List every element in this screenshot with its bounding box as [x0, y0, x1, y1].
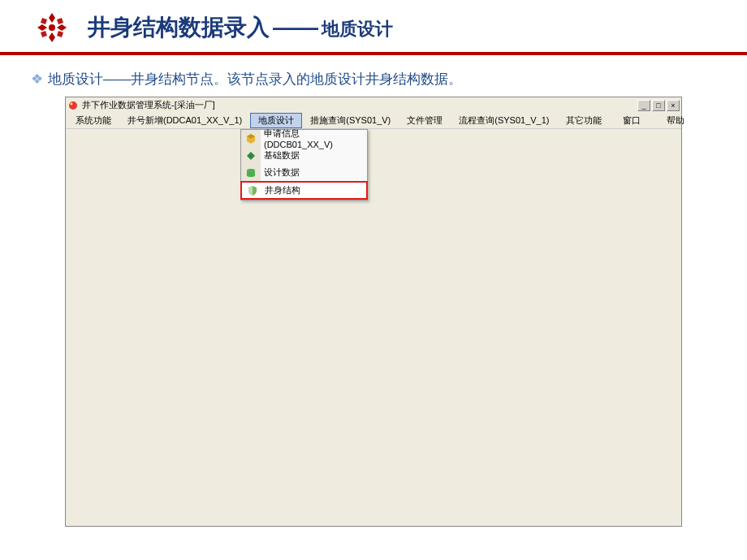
dropdown-label: 井身结构: [265, 184, 300, 196]
titlebar: 井下作业数据管理系统-[采油一厂] _ □ ×: [66, 97, 681, 113]
svg-point-1: [69, 101, 77, 110]
menu-well-add[interactable]: 井号新增(DDCA01_XX_V_1): [119, 113, 250, 128]
slide-title-main: 井身结构数据录入: [88, 12, 270, 43]
slide-title-sep: ——: [273, 15, 318, 41]
svg-point-2: [71, 102, 73, 105]
app-window: 井下作业数据管理系统-[采油一厂] _ □ × 系统功能 井号新增(DDCA01…: [65, 97, 682, 527]
minimize-button[interactable]: _: [637, 100, 650, 111]
menu-file-mgmt[interactable]: 文件管理: [399, 113, 451, 128]
menu-geo-design[interactable]: 地质设计: [250, 113, 302, 128]
slide-header: 井身结构数据录入 —— 地质设计: [0, 0, 747, 52]
green-db-icon: [244, 166, 257, 179]
dropdown-geo-design: 申请信息(DDCB01_XX_V) 基础数据 设计数据 井身结构: [240, 129, 368, 200]
description-line: ❖地质设计——井身结构节点。该节点录入的地质设计井身结构数据。: [0, 55, 747, 97]
maximize-button[interactable]: □: [652, 100, 665, 111]
slide-title: 井身结构数据录入 —— 地质设计: [88, 12, 393, 43]
window-title: 井下作业数据管理系统-[采油一厂]: [82, 99, 637, 111]
window-controls: _ □ ×: [637, 100, 680, 111]
close-button[interactable]: ×: [667, 100, 680, 111]
svg-point-3: [247, 169, 255, 172]
client-area: [67, 129, 680, 525]
slide-title-sub: 地质设计: [322, 17, 393, 41]
menu-flow-query[interactable]: 流程查询(SYS01_V_1): [451, 113, 557, 128]
desc-rest: 该节点录入的地质设计井身结构数据。: [227, 71, 462, 87]
shield-icon: [246, 184, 259, 197]
dropdown-item-design-data[interactable]: 设计数据: [241, 164, 367, 181]
menu-window[interactable]: 窗口: [610, 113, 654, 128]
menu-help[interactable]: 帮助: [654, 113, 697, 128]
dropdown-label: 基础数据: [264, 149, 300, 162]
green-diamond-icon: [244, 149, 257, 162]
yellow-cube-icon: [244, 132, 257, 145]
dropdown-item-apply-info[interactable]: 申请信息(DDCB01_XX_V): [241, 130, 367, 147]
menu-measure-query[interactable]: 措施查询(SYS01_V): [302, 113, 399, 128]
dropdown-label: 申请信息(DDCB01_XX_V): [264, 127, 367, 149]
svg-point-0: [49, 24, 55, 31]
app-icon: [67, 100, 79, 111]
dropdown-label: 设计数据: [264, 166, 300, 179]
menubar: 系统功能 井号新增(DDCA01_XX_V_1) 地质设计 措施查询(SYS01…: [66, 113, 681, 129]
logo-icon: [36, 11, 68, 44]
bullet-icon: ❖: [31, 71, 43, 87]
menu-other[interactable]: 其它功能: [558, 113, 610, 128]
dropdown-item-well-structure[interactable]: 井身结构: [240, 181, 368, 200]
dropdown-item-base-data[interactable]: 基础数据: [241, 147, 367, 164]
desc-prefix: 地质设计——井身结构节点。: [48, 71, 227, 87]
menu-system[interactable]: 系统功能: [67, 113, 119, 128]
